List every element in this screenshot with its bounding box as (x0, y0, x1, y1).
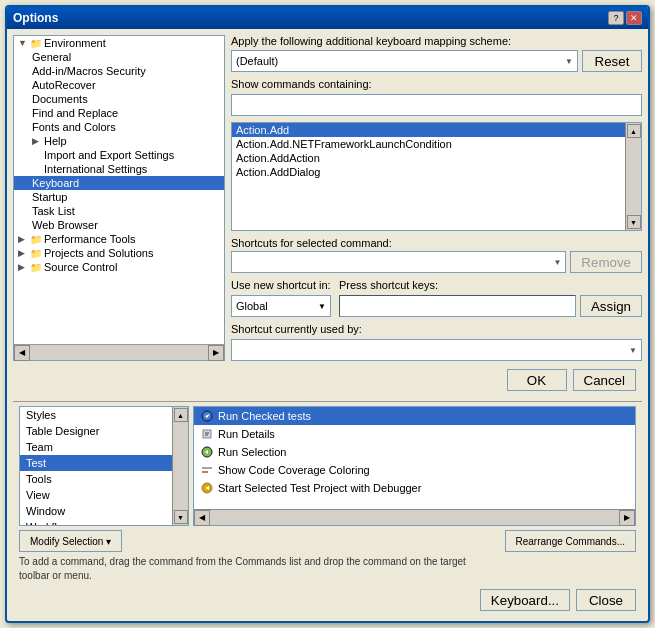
list-item-action-add-dialog[interactable]: Action.AddDialog (232, 165, 625, 179)
currently-label: Shortcut currently used by: (231, 323, 642, 335)
bottom-item-workflow[interactable]: Workflow (20, 519, 172, 525)
ok-button[interactable]: OK (507, 369, 567, 391)
bottom-panel: Styles Table Designer Team Test Tools (13, 401, 642, 615)
command-list-scrollbar[interactable]: ▲ ▼ (625, 123, 641, 230)
tree-item-fonts-colors[interactable]: Fonts and Colors (14, 120, 224, 134)
scroll-left-btn[interactable]: ◀ (14, 345, 30, 361)
src-folder-icon: 📁 (30, 262, 42, 273)
press-keys-input[interactable] (339, 295, 576, 317)
rearrange-commands-button[interactable]: Rearrange Commands... (505, 530, 637, 552)
cmd-scroll-down[interactable]: ▼ (627, 215, 641, 229)
cancel-button[interactable]: Cancel (573, 369, 637, 391)
cmd-scroll-track (626, 139, 641, 214)
scheme-dropdown[interactable]: (Default) ▼ (231, 50, 578, 72)
bottom-cmd-code-coverage[interactable]: Show Code Coverage Coloring (194, 461, 635, 479)
folder-icon: 📁 (30, 38, 42, 49)
perf-folder-icon: 📁 (30, 234, 42, 245)
bl-scroll-up[interactable]: ▲ (174, 408, 188, 422)
bottom-item-styles[interactable]: Styles (20, 407, 172, 423)
tree-root-environment[interactable]: ▼ 📁 Environment (14, 36, 224, 50)
bottom-cmd-run-details[interactable]: Run Details (194, 425, 635, 443)
tree-item-general[interactable]: General (14, 50, 224, 64)
keyboard-button[interactable]: Keyboard... (480, 589, 570, 611)
modify-selection-button[interactable]: Modify Selection ▾ (19, 530, 122, 552)
scroll-right-btn[interactable]: ▶ (208, 345, 224, 361)
shortcut-assignment-row: Use new shortcut in: Global ▼ Press shor… (231, 279, 642, 317)
close-title-button[interactable]: ✕ (626, 11, 642, 25)
assign-button[interactable]: Assign (580, 295, 642, 317)
tree-item-task-list[interactable]: Task List (14, 204, 224, 218)
tree-item-help[interactable]: ▶ Help (14, 134, 224, 148)
tree-item-import-export[interactable]: Import and Export Settings (14, 148, 224, 162)
src-expand-icon: ▶ (18, 262, 28, 272)
remove-button[interactable]: Remove (570, 251, 642, 273)
bottom-item-view[interactable]: View (20, 487, 172, 503)
command-list-wrapper: Action.Add Action.Add.NETFrameworkLaunch… (231, 122, 642, 231)
perf-expand-icon: ▶ (18, 234, 28, 244)
options-dialog: Options ? ✕ ▼ 📁 Environment General (5, 5, 650, 623)
br-scroll-left[interactable]: ◀ (194, 510, 210, 526)
dialog-content: ▼ 📁 Environment General Add-in/Macros Se… (7, 29, 648, 621)
bottom-cmd-start-test-debugger[interactable]: Start Selected Test Project with Debugge… (194, 479, 635, 497)
bottom-right-scrollbar[interactable]: ◀ ▶ (194, 509, 635, 525)
use-new-dropdown[interactable]: Global ▼ (231, 295, 331, 317)
start-debugger-icon (200, 481, 214, 495)
tree-item-startup[interactable]: Startup (14, 190, 224, 204)
tree-item-documents[interactable]: Documents (14, 92, 224, 106)
bottom-item-table-designer[interactable]: Table Designer (20, 423, 172, 439)
bottom-left-scrollbar[interactable]: ▲ ▼ (172, 407, 188, 525)
scheme-section: Apply the following additional keyboard … (231, 35, 642, 72)
tree-item-autorecover[interactable]: AutoRecover (14, 78, 224, 92)
tree-item-source-control[interactable]: ▶ 📁 Source Control (14, 260, 224, 274)
list-item-action-add-net[interactable]: Action.Add.NETFrameworkLaunchCondition (232, 137, 625, 151)
bottom-cmd-run-selection[interactable]: Run Selection (194, 443, 635, 461)
shortcuts-label: Shortcuts for selected command: (231, 237, 642, 249)
currently-arrow: ▼ (629, 346, 637, 355)
bottom-actions: Modify Selection ▾ Rearrange Commands... (19, 530, 636, 552)
shortcuts-display: ▼ (231, 251, 566, 273)
br-scroll-right[interactable]: ▶ (619, 510, 635, 526)
tree-item-perf-tools[interactable]: ▶ 📁 Performance Tools (14, 232, 224, 246)
tree-item-international[interactable]: International Settings (14, 162, 224, 176)
bottom-close-button[interactable]: Close (576, 589, 636, 611)
bottom-info-text: To add a command, drag the command from … (19, 555, 636, 583)
shortcuts-row: ▼ Remove (231, 251, 642, 273)
bottom-split: Styles Table Designer Team Test Tools (19, 406, 636, 526)
bottom-item-window[interactable]: Window (20, 503, 172, 519)
currently-display: ▼ (231, 339, 642, 361)
bottom-item-test[interactable]: Test (20, 455, 172, 471)
tree-item-web-browser[interactable]: Web Browser (14, 218, 224, 232)
commands-filter-input[interactable] (231, 94, 642, 116)
code-coverage-icon (200, 463, 214, 477)
scheme-row: (Default) ▼ Reset (231, 50, 642, 72)
tree-item-keyboard[interactable]: Keyboard (14, 176, 224, 190)
run-checked-icon (200, 409, 214, 423)
tree-hscrollbar[interactable]: ◀ ▶ (14, 344, 224, 360)
bl-scroll-down[interactable]: ▼ (174, 510, 188, 524)
svg-rect-7 (202, 467, 212, 469)
title-bar-buttons: ? ✕ (608, 11, 642, 25)
hscroll-track[interactable] (30, 345, 208, 360)
bottom-item-tools[interactable]: Tools (20, 471, 172, 487)
help-expand-icon: ▶ (32, 136, 42, 146)
use-new-label: Use new shortcut in: (231, 279, 331, 291)
dialog-buttons: OK Cancel (13, 365, 642, 397)
bottom-item-team[interactable]: Team (20, 439, 172, 455)
list-item-action-add-action[interactable]: Action.AddAction (232, 151, 625, 165)
help-title-button[interactable]: ? (608, 11, 624, 25)
list-item-action-add[interactable]: Action.Add (232, 123, 625, 137)
bottom-left-list: Styles Table Designer Team Test Tools (20, 407, 172, 525)
scheme-dropdown-arrow: ▼ (565, 57, 573, 66)
tree-item-projects-solutions[interactable]: ▶ 📁 Projects and Solutions (14, 246, 224, 260)
reset-button[interactable]: Reset (582, 50, 642, 72)
tree-item-addins[interactable]: Add-in/Macros Security (14, 64, 224, 78)
currently-used-section: Shortcut currently used by: ▼ (231, 323, 642, 361)
tree-item-find-replace[interactable]: Find and Replace (14, 106, 224, 120)
bottom-left-wrapper: Styles Table Designer Team Test Tools (19, 406, 189, 526)
use-new-col: Use new shortcut in: Global ▼ (231, 279, 331, 317)
run-details-icon (200, 427, 214, 441)
bottom-cmd-run-checked[interactable]: Run Checked tests (194, 407, 635, 425)
press-keys-col: Press shortcut keys: Assign (339, 279, 642, 317)
dialog-title: Options (13, 11, 58, 25)
cmd-scroll-up[interactable]: ▲ (627, 124, 641, 138)
